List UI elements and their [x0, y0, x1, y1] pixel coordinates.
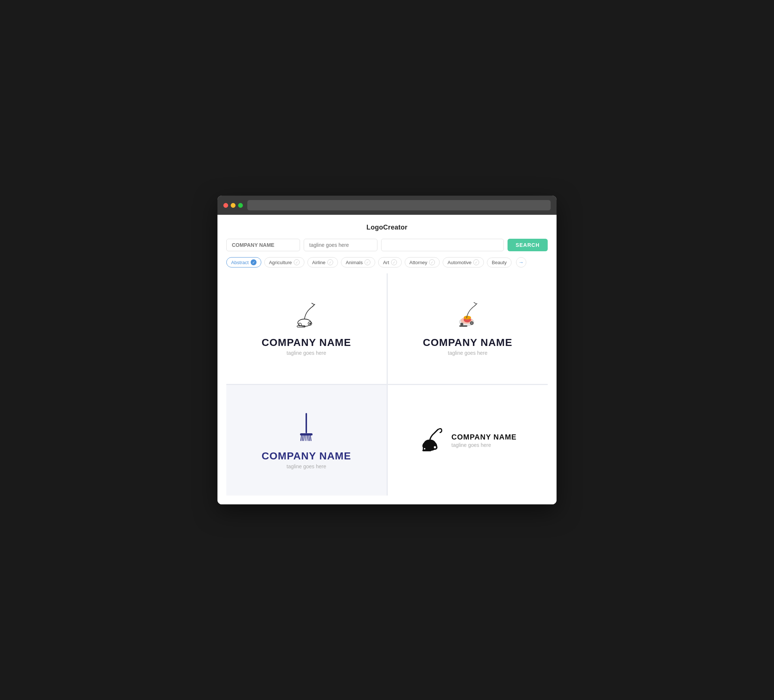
logo-3-company: COMPANY NAME	[262, 450, 351, 462]
category-label: Art	[383, 260, 389, 265]
app-title: LogoCreator	[226, 224, 548, 231]
svg-point-29	[434, 446, 436, 448]
svg-rect-18	[300, 433, 313, 436]
category-label: Animals	[346, 260, 363, 265]
vacuum-black-icon	[419, 427, 447, 454]
vacuum-outline-icon	[290, 301, 323, 331]
search-button[interactable]: SEARCH	[508, 239, 548, 251]
logo-card-4[interactable]: COMPANY NAME tagline goes here	[388, 385, 548, 495]
logo-card-1[interactable]: COMPANY NAME tagline goes here	[226, 273, 387, 384]
svg-line-24	[309, 436, 309, 441]
svg-line-21	[304, 436, 304, 441]
svg-line-15	[474, 302, 476, 304]
minimize-button[interactable]	[231, 203, 235, 208]
vacuum-color-icon	[451, 301, 484, 331]
maximize-button[interactable]	[238, 203, 243, 208]
svg-rect-16	[459, 325, 467, 327]
next-categories-button[interactable]: →	[516, 257, 526, 267]
logo-1-company: COMPANY NAME	[262, 337, 351, 348]
svg-rect-32	[422, 449, 431, 451]
logo-4-inline: COMPANY NAME tagline goes here	[419, 427, 517, 454]
search-bar: SEARCH	[226, 239, 548, 251]
check-icon: ✓	[364, 259, 370, 265]
logo-3-tagline: tagline goes here	[287, 464, 326, 469]
logo-card-3[interactable]: COMPANY NAME tagline goes here	[226, 385, 387, 495]
category-agriculture[interactable]: Agriculture ✓	[264, 257, 304, 267]
category-label: Automotive	[447, 260, 471, 265]
logo-4-company: COMPANY NAME	[452, 433, 517, 441]
svg-line-19	[301, 436, 301, 441]
category-airline[interactable]: Airline ✓	[308, 257, 338, 267]
logo-2-company: COMPANY NAME	[423, 337, 512, 348]
logo-4-text: COMPANY NAME tagline goes here	[452, 433, 517, 448]
category-attorney[interactable]: Attorney ✓	[405, 257, 440, 267]
category-abstract[interactable]: Abstract ✓	[226, 257, 261, 267]
traffic-lights	[223, 203, 243, 208]
category-beauty[interactable]: Beauty	[487, 258, 511, 267]
check-icon: ✓	[391, 259, 397, 265]
category-animals[interactable]: Animals ✓	[341, 257, 375, 267]
category-label: Abstract	[231, 260, 249, 265]
logo-4-tagline: tagline goes here	[452, 442, 517, 448]
check-icon: ✓	[429, 259, 435, 265]
address-bar[interactable]	[247, 200, 551, 210]
svg-point-2	[309, 323, 311, 324]
logo-grid: COMPANY NAME tagline goes here	[226, 273, 548, 495]
category-art[interactable]: Art ✓	[378, 257, 402, 267]
logo-card-2[interactable]: COMPANY NAME tagline goes here	[388, 273, 548, 384]
svg-rect-17	[306, 413, 307, 433]
svg-line-5	[312, 303, 314, 304]
category-label: Airline	[312, 260, 326, 265]
logo-1-tagline: tagline goes here	[287, 350, 326, 356]
category-automotive[interactable]: Automotive ✓	[443, 257, 484, 267]
mop-icon	[293, 411, 319, 444]
check-icon: ✓	[294, 259, 299, 265]
category-label: Attorney	[410, 260, 427, 265]
app-content: LogoCreator SEARCH Abstract ✓ Agricultur…	[217, 215, 557, 504]
check-icon: ✓	[473, 259, 479, 265]
close-button[interactable]	[223, 203, 228, 208]
svg-point-31	[424, 448, 425, 449]
svg-point-12	[471, 322, 473, 324]
check-icon: ✓	[327, 259, 333, 265]
category-label: Beauty	[492, 260, 506, 265]
svg-line-25	[310, 436, 311, 441]
domain-input[interactable]	[381, 239, 504, 251]
logo-2-tagline: tagline goes here	[448, 350, 487, 356]
tagline-input[interactable]	[304, 239, 377, 251]
svg-line-23	[308, 436, 308, 441]
category-label: Agriculture	[269, 260, 292, 265]
svg-point-13	[460, 323, 463, 326]
company-name-input[interactable]	[226, 239, 300, 251]
check-icon: ✓	[251, 259, 256, 265]
svg-point-10	[464, 316, 471, 319]
category-filter: Abstract ✓ Agriculture ✓ Airline ✓ Anima…	[226, 257, 548, 267]
svg-line-20	[302, 436, 303, 441]
browser-window: LogoCreator SEARCH Abstract ✓ Agricultur…	[217, 196, 557, 504]
browser-chrome	[217, 196, 557, 215]
